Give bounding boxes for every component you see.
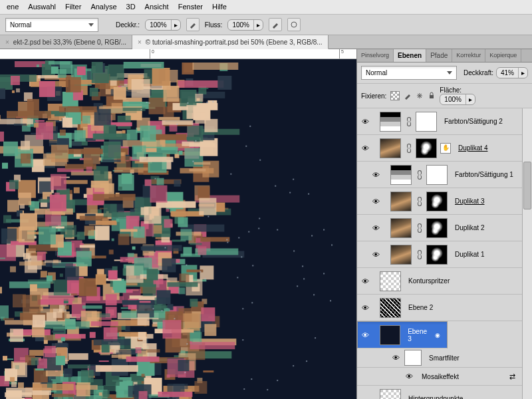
filter-effect-row[interactable]: Mosaikeffekt⇄ (357, 368, 522, 386)
svg-rect-704 (76, 251, 92, 266)
svg-rect-930 (430, 95, 434, 98)
layer-row[interactable]: Konturspritzer (357, 268, 522, 295)
layer-thumbnail[interactable] (390, 165, 412, 185)
layer-thumbnail[interactable] (380, 389, 401, 400)
layer-name[interactable]: Ebene 2 (408, 304, 433, 311)
svg-rect-922 (306, 360, 307, 362)
opacity-input[interactable]: 100%▸ (145, 19, 181, 31)
layer-thumbnail[interactable] (426, 245, 448, 265)
svg-rect-893 (242, 308, 243, 309)
document-tab[interactable]: ×ekt-2.psd bei 33,3% (Ebene 0, RGB/... (0, 35, 132, 49)
tablet-pressure-icon[interactable] (287, 18, 301, 31)
menu-item[interactable]: Filter (65, 3, 81, 11)
layer-blend-select[interactable]: Normal (361, 66, 457, 80)
document-canvas[interactable] (0, 59, 356, 399)
airbrush-icon[interactable] (186, 18, 200, 31)
visibility-eye-icon[interactable] (370, 198, 381, 205)
document-tab[interactable]: ×© tutorial-smashing-portrait.psd bei 50… (132, 35, 329, 49)
visibility-eye-icon[interactable] (370, 251, 381, 259)
filter-options-icon[interactable]: ⇄ (509, 372, 515, 381)
menu-item[interactable]: Hilfe (212, 3, 227, 11)
visibility-eye-icon[interactable] (370, 171, 381, 179)
layers-scrollbar[interactable] (522, 108, 532, 399)
svg-rect-508 (51, 66, 59, 74)
layer-thumbnail[interactable] (390, 218, 412, 238)
tab-close-icon[interactable]: × (5, 39, 9, 46)
layer-name[interactable]: Duplikat 1 (455, 251, 484, 258)
menu-item[interactable]: ene (7, 3, 19, 11)
layer-thumbnail[interactable] (426, 192, 448, 211)
svg-rect-917 (293, 365, 294, 366)
lock-position-icon[interactable] (416, 92, 424, 100)
layer-thumbnail[interactable] (380, 325, 400, 345)
visibility-eye-icon[interactable] (390, 354, 401, 362)
layer-row[interactable]: Duplikat 3 (357, 188, 522, 215)
panel-tab[interactable]: Korrektur (452, 49, 485, 62)
panel-tab[interactable]: Kopierque (485, 49, 521, 62)
layer-blend-row: Normal Deckkraft: 41%▸ (357, 63, 532, 84)
svg-rect-905 (144, 275, 146, 277)
svg-rect-625 (19, 193, 31, 205)
svg-rect-872 (289, 192, 291, 194)
layer-name[interactable]: Duplikat 2 (455, 224, 484, 231)
panel-tab[interactable]: Ebenen (394, 49, 426, 62)
panel-tab[interactable]: Pfade (426, 49, 452, 62)
visibility-eye-icon[interactable] (360, 144, 370, 152)
tab-close-icon[interactable]: × (138, 39, 142, 46)
layer-name[interactable]: Duplikat 4 (458, 144, 487, 152)
menu-item[interactable]: Auswahl (28, 3, 56, 11)
filter-mask-thumbnail[interactable] (404, 350, 422, 366)
svg-rect-326 (99, 392, 102, 396)
layer-row[interactable]: Hintergrundpunkte (357, 386, 522, 399)
menu-item[interactable]: Fenster (178, 3, 203, 11)
svg-rect-870 (303, 278, 305, 279)
layer-thumbnail[interactable] (380, 298, 401, 318)
lock-transparency-icon[interactable] (390, 91, 400, 100)
svg-rect-871 (184, 372, 186, 373)
lock-pixels-icon[interactable] (404, 92, 412, 100)
svg-rect-888 (187, 102, 188, 104)
menu-item[interactable]: Analyse (90, 3, 116, 11)
layer-opacity-input[interactable]: 41%▸ (496, 67, 528, 78)
layer-thumbnail[interactable] (390, 192, 412, 211)
smartfilter-row[interactable]: Smartfilter (357, 348, 522, 368)
layer-row[interactable]: Ebene 3◉ (357, 321, 448, 348)
layer-row[interactable]: Duplikat 2 (357, 215, 522, 241)
layer-thumbnail[interactable] (380, 138, 401, 158)
layer-row[interactable]: Duplikat 1 (357, 241, 522, 268)
layer-thumbnail[interactable] (416, 138, 437, 158)
layer-name[interactable]: Hintergrundpunkte (408, 395, 463, 399)
layer-thumbnail[interactable] (380, 271, 401, 291)
layer-thumbnail[interactable] (416, 112, 437, 132)
svg-rect-759 (84, 226, 94, 236)
flow-input[interactable]: 100%▸ (227, 19, 263, 31)
layer-name[interactable]: Konturspritzer (408, 277, 450, 285)
layer-thumbnail[interactable] (390, 245, 412, 265)
panel-tab[interactable]: Pinselvorg (357, 49, 394, 62)
visibility-eye-icon[interactable] (360, 331, 370, 339)
layer-thumbnail[interactable] (426, 218, 448, 238)
layer-row[interactable]: Farbton/Sättigung 1 (357, 162, 522, 188)
layer-name[interactable]: Duplikat 3 (455, 198, 484, 205)
layer-thumbnail[interactable] (380, 112, 401, 132)
menu-item[interactable]: Ansicht (145, 3, 169, 11)
layer-row[interactable]: Ebene 2 (357, 295, 522, 321)
layer-row[interactable]: Duplikat 4 (357, 135, 522, 162)
layer-name[interactable]: Farbton/Sättigung 2 (444, 118, 503, 125)
layer-thumbnail[interactable] (426, 165, 448, 185)
fill-input[interactable]: 100%▸ (440, 94, 475, 105)
layer-name[interactable]: Ebene 3 (408, 328, 432, 342)
airbrush2-icon[interactable] (269, 18, 282, 31)
menu-item[interactable]: 3D (126, 3, 136, 11)
layer-row[interactable]: Farbton/Sättigung 2 (357, 108, 522, 135)
lock-all-icon[interactable] (428, 92, 436, 100)
svg-rect-907 (227, 241, 228, 243)
blend-mode-select[interactable]: Normal (5, 18, 98, 32)
visibility-eye-icon[interactable] (370, 224, 381, 232)
visibility-eye-icon[interactable] (404, 372, 414, 380)
visibility-eye-icon[interactable] (360, 304, 370, 312)
visibility-eye-icon[interactable] (360, 118, 370, 126)
visibility-eye-icon[interactable] (360, 277, 370, 285)
layer-name[interactable]: Farbton/Sättigung 1 (455, 171, 513, 178)
smart-object-icon: ◉ (435, 332, 440, 338)
